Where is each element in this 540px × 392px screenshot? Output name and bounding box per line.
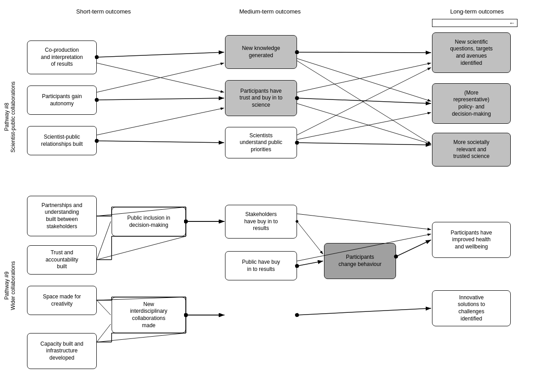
p8-short1-box: Co-productionand interpretationof result… (27, 41, 97, 74)
p9-short1-box: Partnerships andunderstandingbuilt betwe… (27, 196, 97, 236)
p8-long1-box: New scientificquestions, targetsand aven… (432, 32, 511, 73)
svg-line-11 (297, 63, 431, 92)
svg-line-2 (97, 52, 224, 57)
p8-short3-box: Scientist-publicrelationships built (27, 126, 97, 155)
svg-line-32 (297, 308, 431, 315)
p9-long1-box: Participants haveimproved healthand well… (432, 222, 511, 258)
pathway8-label: Pathway #8Scientist-public collaboration… (4, 45, 13, 189)
longterm-arrow-indicator: ← (432, 19, 518, 27)
p9-short4-box: Capacity built andinfrastructuredevelope… (27, 333, 97, 369)
p8-med2-box: Participants havetrust and buy in toscie… (225, 80, 297, 116)
svg-line-30 (297, 261, 323, 266)
p8-short2-box: Participants gainautonomy (27, 86, 97, 115)
svg-line-10 (297, 61, 431, 144)
p9-shortmid1-box: Public inclusion indecision-making (112, 207, 186, 236)
pathway9-label: Pathway #9Wider collaborations (4, 207, 13, 365)
svg-line-22 (97, 221, 111, 260)
header-long-term: Long-term outcomes (432, 8, 522, 15)
p9-long2-box: Innovativesolutions tochallengesidentifi… (432, 290, 511, 326)
svg-line-23 (97, 300, 111, 315)
svg-line-14 (297, 68, 431, 135)
svg-line-12 (297, 98, 431, 104)
p8-long3-box: More societallyrelevant andtrusted scien… (432, 133, 511, 167)
svg-line-5 (97, 63, 224, 92)
svg-line-33 (297, 214, 431, 230)
svg-line-9 (297, 59, 431, 101)
svg-line-26 (97, 236, 186, 260)
svg-line-3 (97, 98, 224, 100)
p9-shortmid2-box: Newinterdisciplinarycollaborationsmade (112, 297, 186, 333)
svg-line-31 (396, 240, 431, 257)
svg-line-16 (297, 143, 431, 145)
diagram-container: { "headers": { "short_term": "Short-term… (0, 0, 540, 392)
svg-line-13 (297, 104, 431, 144)
svg-line-8 (297, 52, 431, 53)
svg-line-15 (297, 113, 431, 140)
svg-line-24 (97, 324, 111, 342)
svg-line-28 (97, 333, 186, 342)
p8-med3-box: Scientistsunderstand publicpriorities (225, 127, 297, 158)
svg-line-6 (97, 63, 224, 92)
svg-line-29 (297, 221, 323, 254)
p9-short3-box: Space made forcreativity (27, 286, 97, 315)
p8-long2-box: (Morerepresentative)policy- anddecision-… (432, 83, 511, 124)
header-short-term: Short-term outcomes (58, 8, 148, 15)
svg-line-7 (97, 108, 224, 135)
p9-med2-box: Public have buyin to results (225, 251, 297, 280)
p9-med1-box: Stakeholdershave buy in toresults (225, 205, 297, 239)
p9-short2-box: Trust andaccountabilitybuilt (27, 245, 97, 275)
p9-med3-box: Participantschange behaviour (324, 243, 396, 279)
header-medium-term: Medium-term outcomes (220, 8, 320, 15)
svg-line-4 (97, 141, 224, 143)
p8-med1-box: New knowledgegenerated (225, 35, 297, 69)
